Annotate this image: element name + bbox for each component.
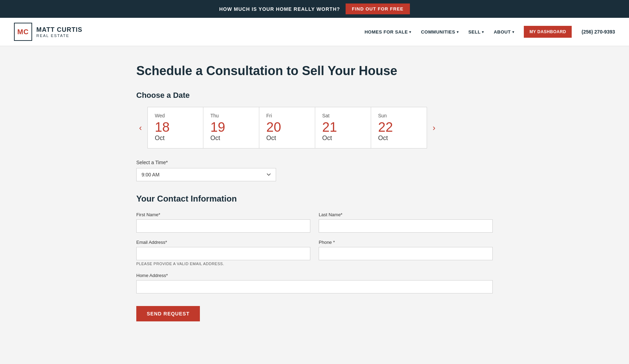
email-input[interactable] [136,247,310,260]
email-phone-row: Email Address* PLEASE PROVIDE A VALID EM… [136,240,493,266]
name-row: First Name* Last Name* [136,212,493,233]
logo-name: MATT CURTIS [36,26,82,34]
my-dashboard-button[interactable]: MY DASHBOARD [524,26,572,38]
day-month-sun: Oct [378,134,420,142]
last-name-label: Last Name* [319,212,493,217]
header: MC MATT CURTIS REAL ESTATE HOMES FOR SAL… [0,18,629,46]
first-name-input[interactable] [136,219,310,233]
last-name-group: Last Name* [319,212,493,233]
chevron-down-icon: ▾ [482,30,484,34]
date-card-fri[interactable]: Fri 20 Oct [259,107,315,148]
email-error: PLEASE PROVIDE A VALID EMAIL ADDRESS. [136,262,310,266]
day-num-sat: 21 [322,121,364,134]
first-name-group: First Name* [136,212,310,233]
address-row: Home Address* [136,273,493,293]
contact-title: Your Contact Information [136,194,493,204]
chevron-down-icon: ▾ [457,30,459,34]
logo-initials: MC [14,23,32,41]
chevron-down-icon: ▾ [409,30,411,34]
time-label: Select a Time* [136,160,493,165]
contact-section: Your Contact Information First Name* Las… [136,194,493,321]
banner-text: HOW MUCH IS YOUR HOME REALLY WORTH? [219,6,340,12]
date-next-button[interactable]: › [430,122,438,133]
phone-group: Phone * [319,240,493,266]
chevron-down-icon: ▾ [512,30,514,34]
nav-about[interactable]: ABOUT ▾ [494,29,514,35]
date-card-sat[interactable]: Sat 21 Oct [315,107,371,148]
last-name-input[interactable] [319,219,493,233]
time-select[interactable]: 9:00 AM9:30 AM10:00 AM10:30 AM11:00 AM11… [136,168,276,181]
logo[interactable]: MC MATT CURTIS REAL ESTATE [14,23,82,41]
nav-communities[interactable]: COMMUNITIES ▾ [421,29,458,35]
address-input[interactable] [136,280,493,293]
day-name-sat: Sat [322,113,364,118]
logo-text: MATT CURTIS REAL ESTATE [36,26,82,38]
day-num-fri: 20 [266,121,308,134]
date-card-sun[interactable]: Sun 22 Oct [371,107,427,148]
day-name-fri: Fri [266,113,308,118]
date-card-wed[interactable]: Wed 18 Oct [147,107,203,148]
choose-date-label: Choose a Date [136,91,493,100]
logo-subtitle: REAL ESTATE [36,34,82,38]
day-month-sat: Oct [322,134,364,142]
nav-sell[interactable]: SELL ▾ [468,29,484,35]
nav-homes-for-sale[interactable]: HOMES FOR SALE ▾ [364,29,411,35]
day-num-thu: 19 [210,121,252,134]
send-request-button[interactable]: SEND REQUEST [136,306,200,321]
phone-number: (256) 270-9393 [581,29,615,35]
address-group: Home Address* [136,273,493,293]
top-banner: HOW MUCH IS YOUR HOME REALLY WORTH? FIND… [0,0,629,18]
page-title: Schedule a Consultation to Sell Your Hou… [136,64,493,78]
day-num-wed: 18 [155,121,196,134]
date-picker: ‹ Wed 18 Oct Thu 19 Oct Fri 20 Oct Sat 2… [136,107,493,148]
address-label: Home Address* [136,273,493,278]
email-label: Email Address* [136,240,310,245]
date-cards: Wed 18 Oct Thu 19 Oct Fri 20 Oct Sat 21 … [147,107,427,148]
day-name-sun: Sun [378,113,420,118]
day-month-thu: Oct [210,134,252,142]
main-nav: HOMES FOR SALE ▾ COMMUNITIES ▾ SELL ▾ AB… [364,26,615,38]
phone-input[interactable] [319,247,493,260]
day-num-sun: 22 [378,121,420,134]
first-name-label: First Name* [136,212,310,217]
date-card-thu[interactable]: Thu 19 Oct [203,107,259,148]
date-prev-button[interactable]: ‹ [136,122,145,133]
time-section: Select a Time* 9:00 AM9:30 AM10:00 AM10:… [136,160,493,181]
phone-label: Phone * [319,240,493,245]
find-out-button[interactable]: FIND OUT FOR FREE [346,3,410,14]
day-name-thu: Thu [210,113,252,118]
day-name-wed: Wed [155,113,196,118]
main-content: Schedule a Consultation to Sell Your Hou… [122,46,507,342]
email-group: Email Address* PLEASE PROVIDE A VALID EM… [136,240,310,266]
day-month-fri: Oct [266,134,308,142]
day-month-wed: Oct [155,134,196,142]
